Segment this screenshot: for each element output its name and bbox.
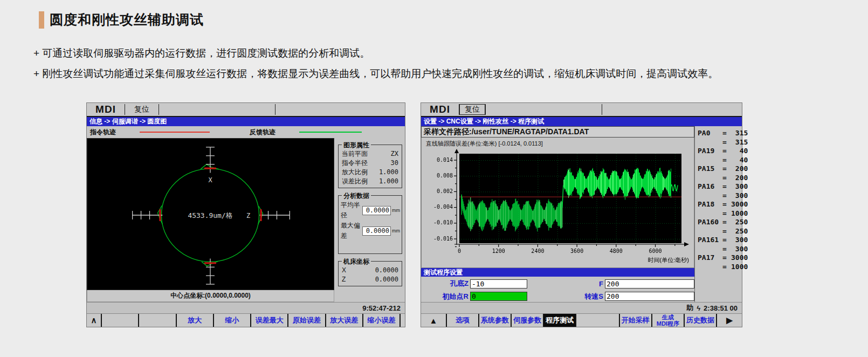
groupbox-title: 分析数据 <box>342 191 371 201</box>
start-point-r-label: 初始点R <box>421 292 469 301</box>
softkey-系统参数[interactable]: 系统参数 <box>478 314 511 327</box>
marker-right <box>260 209 262 221</box>
axis-label-x: X <box>208 176 212 184</box>
status-icon-1: 助 <box>686 303 693 313</box>
tab-space <box>486 103 602 116</box>
hole-bottom-z-input[interactable] <box>470 279 527 289</box>
feed-f-label: F <box>576 280 603 288</box>
tapping-chart-box: 直线轴跟随误差(单位:毫米) [-0.0124, 0.0113] <box>421 138 694 268</box>
bullet-2: + 刚性攻丝调试功能通过采集伺服攻丝运行数据，将数据显示为误差曲线，可以帮助用户… <box>33 67 853 80</box>
chart-title: 直线轴跟随误差(单位:毫米) [-0.0124, 0.0113] <box>426 140 543 148</box>
softkey-程序测试[interactable]: 程序测试 <box>543 314 575 327</box>
softkey-开始采样[interactable]: 开始采样 <box>619 314 651 327</box>
speed-s-label: 转速S <box>576 292 603 301</box>
softkey-生成MDI程序[interactable]: 生成 MDI程序 <box>651 314 684 327</box>
param-row: PA17=3000 <box>698 253 748 263</box>
softkey-缩小[interactable]: 缩小 <box>213 314 250 327</box>
trace-legend: 指令轨迹 反馈轨迹 <box>87 126 405 138</box>
analysis-label: 最大偏差 <box>341 221 362 241</box>
left-tab-bar: MDI 复位 <box>87 103 405 117</box>
prop-label: 指令半径 <box>342 159 368 168</box>
roundness-side-panel: 图形属性 当前平面ZX 指令半径30 放大比例1.000 误差比例1.000 分… <box>334 138 405 302</box>
tab-separator <box>275 104 275 115</box>
softkey-选项[interactable]: 选项 <box>446 314 478 327</box>
clock-readout: 2:38:51 00 <box>704 304 738 312</box>
prop-label: 误差比例 <box>342 177 368 186</box>
left-status-bar: 9:52:47-212 <box>87 302 405 314</box>
softkey-历史数据[interactable]: 历史数据 <box>684 314 716 327</box>
clock-readout: 9:52:47-212 <box>362 304 401 312</box>
groupbox-analysis: 分析数据 平均半径 0.0000 mm 最大偏差 0.0000 mm <box>338 195 402 254</box>
softkey-放大误差[interactable]: 放大误差 <box>325 314 362 327</box>
softkey-blank <box>101 314 138 327</box>
right-status-bar: 助 ϟ 2:38:51 00 <box>421 302 742 314</box>
feed-f-input[interactable] <box>605 279 694 289</box>
softkey-∧[interactable]: ∧ <box>87 314 101 327</box>
slide-header: 圆度和刚性攻丝辅助调试 <box>39 11 204 29</box>
softkey-缩小误差[interactable]: 缩小误差 <box>362 314 399 327</box>
prop-value: 1.000 <box>379 177 398 186</box>
servo-parameter-panel: PA0=315=315PA19=40=40PA15=200=200PA16=30… <box>694 126 750 302</box>
softkey-伺服参数[interactable]: 伺服参数 <box>511 314 543 327</box>
sample-file-path: 采样文件路径:/user/TUNE/RAGTAP/DATA1.DAT <box>421 126 694 138</box>
form-row-1: 孔底Z F <box>421 278 694 290</box>
tab-reset[interactable]: 复位 <box>459 104 485 115</box>
softkey-误差最大[interactable]: 误差最大 <box>250 314 287 327</box>
cmd-trace-label: 指令轨迹 <box>90 128 116 137</box>
mean-radius-field: 0.0000 <box>362 206 391 215</box>
ruler-right <box>260 211 290 219</box>
softkey-放大[interactable]: 放大 <box>176 314 213 327</box>
slide-page: 圆度和刚性攻丝辅助调试 + 可通过读取伺服驱动器内的运行数据，进行圆度测试数据的… <box>0 0 868 357</box>
groupbox-graph-props: 图形属性 当前平面ZX 指令半径30 放大比例1.000 误差比例1.000 <box>338 145 402 188</box>
roundness-screenshot-window: MDI 复位 信息 -> 伺服调谐 -> 圆度图 指令轨迹 反馈轨迹 <box>86 102 405 327</box>
bullet-list: + 可通过读取伺服驱动器内的运行数据，进行圆度测试数据的分析和调试。 + 刚性攻… <box>33 46 853 87</box>
prop-value: ZX <box>391 149 398 159</box>
tab-separator <box>602 104 602 115</box>
speed-s-input[interactable] <box>605 292 694 301</box>
tab-mdi[interactable]: MDI <box>421 103 459 116</box>
param-row: PA161=300 <box>698 236 748 245</box>
param-row: =250 <box>698 227 748 236</box>
softkey-blank <box>575 314 618 327</box>
param-row: PA19=40 <box>698 147 748 156</box>
param-row: =200 <box>698 174 748 183</box>
tab-reset[interactable]: 复位 <box>125 103 159 116</box>
max-deviation-field: 0.0000 <box>362 226 391 236</box>
param-row: PA0=315 <box>698 129 748 138</box>
tab-space <box>159 103 275 116</box>
breadcrumb: 信息 -> 伺服调谐 -> 圆度图 <box>87 117 405 126</box>
center-coordinate-readout: 中心点坐标:(0.0000,0.0000) <box>87 290 334 302</box>
groupbox-title: 图形属性 <box>342 141 371 150</box>
form-row-2: 初始点R 转速S <box>421 291 694 302</box>
right-tab-bar: MDI 复位 <box>421 103 742 117</box>
coord-label: Z <box>342 275 346 284</box>
param-row: PA160=250 <box>698 218 748 227</box>
tapping-error-chart <box>422 148 694 269</box>
groupbox-title: 机床坐标 <box>342 257 371 266</box>
marker-bottom <box>204 262 216 264</box>
softkey-▶[interactable]: ▶ <box>716 314 742 327</box>
roundness-plot-svg: X Z 4533.9um/格 <box>87 139 334 290</box>
page-title: 圆度和刚性攻丝辅助调试 <box>50 11 204 29</box>
fb-trace-label: 反馈轨迹 <box>250 128 275 137</box>
softkey-stub <box>399 314 405 327</box>
axis-label-z: Z <box>246 212 250 219</box>
fb-trace-swatch <box>299 132 362 133</box>
param-row: PA16=300 <box>698 182 748 191</box>
param-row: PA15=200 <box>698 164 748 174</box>
marker-top <box>204 168 216 169</box>
param-row: =1000 <box>698 209 748 218</box>
softkey-▲[interactable]: ▲ <box>421 314 446 327</box>
start-point-r-input[interactable] <box>470 292 527 301</box>
marker-left <box>159 209 161 221</box>
accent-bar <box>39 11 44 29</box>
groupbox-machine-coords: 机床坐标 X0.0000 Z0.0000 <box>338 261 402 286</box>
test-program-settings-header: 测试程序设置 <box>421 268 694 277</box>
softkey-原始误差[interactable]: 原始误差 <box>287 314 325 327</box>
param-row: PA18=3000 <box>698 200 748 209</box>
unit-label: mm <box>392 205 399 216</box>
tab-mdi[interactable]: MDI <box>87 103 125 116</box>
coord-label: X <box>342 266 346 275</box>
bullet-1: + 可通过读取伺服驱动器内的运行数据，进行圆度测试数据的分析和调试。 <box>33 46 853 60</box>
breadcrumb: 设置 -> CNC设置 -> 刚性攻丝 -> 程序测试 <box>421 117 742 126</box>
